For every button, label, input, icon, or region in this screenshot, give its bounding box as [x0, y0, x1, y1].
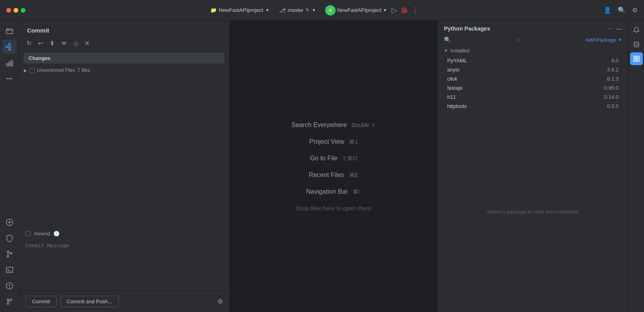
package-name-click: click — [447, 76, 607, 82]
amend-label: Amend — [34, 231, 50, 237]
search-icon[interactable]: 🔍 — [618, 6, 626, 14]
table-row[interactable]: PyYAML 6.0 — [438, 56, 628, 65]
close-icon[interactable]: ✕ — [83, 39, 91, 48]
chevron-down-icon3: ▼ — [383, 8, 387, 12]
package-list: PyYAML 6.0 anyio 3.6.2 click 8.1.3 fasta… — [438, 55, 628, 112]
package-version-h11: 0.14.0 — [604, 94, 619, 100]
project-view-label: Project View — [309, 138, 345, 145]
sidebar-item-terminal[interactable] — [2, 263, 17, 277]
title-bar-center: 📁 NewFastAPIproject ▼ ⎇ master ✎ ▼ ⚡ New… — [30, 5, 599, 15]
svg-rect-0 — [6, 29, 13, 34]
sidebar-item-graph[interactable] — [2, 56, 17, 70]
goto-file-label: Go to File — [310, 155, 338, 162]
right-sidebar-packages[interactable] — [630, 52, 643, 65]
svg-point-4 — [6, 46, 8, 48]
panel-minimize-icon[interactable]: — — [616, 25, 622, 32]
bolt-icon: ⚡ — [325, 5, 336, 15]
close-button[interactable] — [6, 8, 11, 13]
sidebar-item-shield[interactable] — [2, 231, 17, 245]
unversioned-label: Unversioned Files — [37, 67, 75, 73]
unversioned-row[interactable]: ▶ Unversioned Files 7 files — [19, 65, 229, 75]
sidebar-item-folder[interactable] — [2, 24, 17, 38]
svg-point-22 — [7, 299, 9, 300]
amend-checkbox[interactable] — [25, 231, 31, 236]
sidebar-item-more[interactable]: ••• — [2, 71, 17, 86]
svg-point-14 — [7, 256, 9, 257]
right-sidebar-database[interactable] — [630, 38, 643, 51]
sidebar-item-deploy[interactable] — [2, 215, 17, 229]
svg-rect-28 — [637, 56, 639, 62]
svg-point-24 — [10, 299, 12, 300]
shortcut-search: Search Everywhere Double ⇧ — [291, 121, 376, 129]
nav-bar-label: Navigation Bar — [306, 188, 348, 195]
svg-rect-27 — [634, 58, 636, 62]
undo-icon[interactable]: ↩ — [37, 39, 45, 48]
table-row[interactable]: click 8.1.3 — [438, 74, 628, 83]
svg-rect-9 — [9, 62, 10, 66]
refresh-icon[interactable]: ↻ — [25, 39, 33, 48]
recent-files-label: Recent Files — [309, 171, 344, 179]
sidebar-item-branch[interactable] — [2, 247, 17, 261]
right-sidebar-notifications[interactable] — [630, 24, 643, 37]
panel-more-icon[interactable]: ⋯ — [607, 25, 613, 32]
python-panel-header: Python Packages ⋯ — — [438, 21, 628, 35]
package-doc-area: Select a package to view documentation — [438, 112, 628, 312]
branch-icon: ⎇ — [279, 7, 285, 13]
table-row[interactable]: httptools 0.5.0 — [438, 102, 628, 111]
installed-label: Installed — [450, 48, 469, 54]
unversioned-checkbox[interactable] — [29, 68, 35, 73]
sidebar-item-git2[interactable] — [2, 295, 17, 309]
expand-icon[interactable]: ▶ — [24, 68, 27, 73]
add-package-chevron: ▼ — [618, 38, 622, 42]
svg-marker-12 — [9, 221, 11, 223]
table-row[interactable]: h11 0.14.0 — [438, 92, 628, 102]
branch-selector[interactable]: ⎇ master ✎ ▼ — [279, 7, 316, 13]
changes-label: Changes — [29, 55, 50, 61]
add-package-button[interactable]: Add Package ▼ — [586, 37, 622, 43]
package-version-click: 8.1.3 — [607, 76, 619, 82]
run-icon[interactable]: ▷ — [392, 6, 397, 15]
run-project-name: NewFastAPIproject — [337, 7, 381, 13]
eye-icon[interactable]: 👁 — [60, 39, 68, 48]
package-name-pyyaml: PyYAML — [447, 58, 611, 64]
svg-rect-8 — [6, 64, 8, 66]
panel-header-icons: ⋯ — — [607, 25, 622, 32]
sidebar-item-git[interactable] — [2, 40, 17, 54]
amend-row: Amend 🕐 — [19, 227, 229, 240]
title-bar: 📁 NewFastAPIproject ▼ ⎇ master ✎ ▼ ⚡ New… — [0, 0, 644, 21]
commit-settings-icon[interactable]: ⚙ — [217, 298, 223, 305]
table-row[interactable]: anyio 3.6.2 — [438, 65, 628, 74]
minimize-button[interactable] — [14, 8, 18, 13]
svg-point-3 — [9, 49, 10, 50]
project-name: NewFastAPIproject — [219, 7, 263, 13]
commit-and-push-button[interactable]: Commit and Push... — [60, 296, 119, 307]
shortcut-project: Project View ⌘1 — [309, 138, 358, 145]
package-version-pyyaml: 6.0 — [611, 58, 619, 64]
commit-toolbar: ↻ ↩ ⬇ 👁 ◇ ✕ — [19, 37, 229, 51]
user-icon[interactable]: 👤 — [603, 6, 611, 14]
activity-bar: ••• — [0, 21, 19, 312]
svg-point-13 — [7, 251, 9, 252]
commit-message-input[interactable] — [24, 241, 225, 289]
project-selector[interactable]: 📁 NewFastAPIproject ▼ — [210, 7, 270, 13]
svg-point-21 — [9, 287, 10, 288]
commit-panel-title: Commit — [19, 21, 229, 37]
download-icon[interactable]: ⬇ — [48, 39, 56, 48]
svg-rect-10 — [11, 60, 13, 66]
main-layout: ••• Commit ↻ ↩ ⬇ 👁 ◇ ✕ — [0, 21, 644, 312]
sidebar-item-warning[interactable] — [2, 279, 17, 293]
shortcut-nav: Navigation Bar ⌘↑ — [306, 188, 361, 195]
commit-button[interactable]: Commit — [25, 296, 57, 307]
changes-section: Changes — [24, 53, 225, 64]
editor-area: Search Everywhere Double ⇧ Project View … — [230, 21, 437, 312]
debug-icon[interactable]: 🐞 — [400, 6, 408, 14]
table-row[interactable]: fastapi 0.95.0 — [438, 83, 628, 92]
more-icon[interactable]: ⋮ — [411, 6, 419, 15]
settings-icon[interactable]: ⚙ — [632, 6, 638, 14]
add-package-label: Add Package — [586, 37, 616, 43]
run-config[interactable]: ⚡ NewFastAPIproject ▼ ▷ 🐞 ⋮ — [325, 5, 419, 15]
folder-icon: 📁 — [210, 7, 217, 13]
diamond-icon[interactable]: ◇ — [72, 39, 80, 48]
search-expand-icon[interactable]: › — [517, 37, 519, 43]
maximize-button[interactable] — [21, 8, 25, 13]
